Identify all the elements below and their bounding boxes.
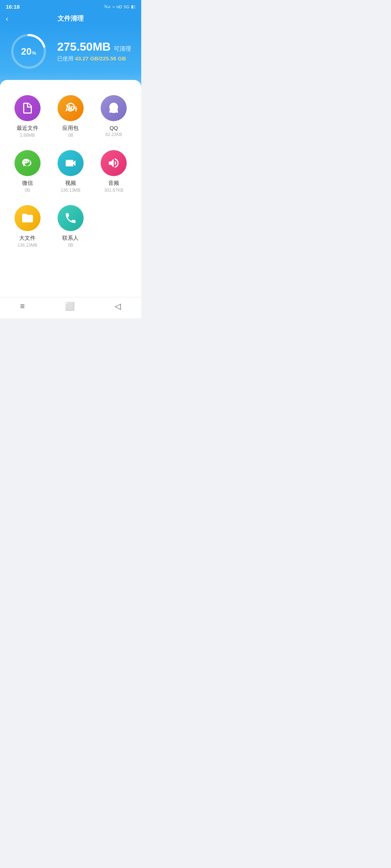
phone-icon [58, 205, 84, 231]
header: ‹ 文件清理 [0, 12, 141, 23]
cleanable-size: 275.50MB [57, 40, 111, 53]
grid-item-video[interactable]: 视频 136.13MB [49, 145, 92, 200]
qq-icon [101, 95, 127, 121]
progress-circle: 20% [9, 31, 49, 71]
grid-item-audio[interactable]: 音频 301.67KB [92, 145, 135, 200]
percent-symbol: % [32, 50, 36, 56]
grid-item-qq[interactable]: QQ 62.22KB [92, 90, 135, 145]
item-name-audio: 音频 [108, 180, 119, 187]
grid-item-contacts[interactable]: 联系人 0B [49, 200, 92, 255]
wechat-icon [14, 150, 41, 176]
network-icon: N⊿ [104, 4, 110, 9]
item-name-large-files: 大文件 [19, 235, 35, 242]
cleanable-label: 可清理 [114, 46, 131, 52]
home-button[interactable]: ⬜ [65, 302, 75, 311]
bottom-navigation: ≡ ⬜ ◁ [0, 297, 141, 318]
video-icon [58, 150, 84, 176]
status-time: 16:18 [6, 4, 20, 10]
folder-icon [14, 205, 41, 231]
item-size-qq: 62.22KB [105, 132, 122, 137]
apk-icon: APK [58, 95, 84, 121]
percent-value: 20 [21, 46, 31, 57]
grid-item-wechat[interactable]: 微信 0B [6, 145, 49, 200]
used-value: 43.27 GB/225.56 GB [75, 55, 126, 61]
grid-item-large-files[interactable]: 大文件 136.13MB [6, 200, 49, 255]
item-size-large-files: 136.13MB [17, 243, 37, 248]
item-size-video: 136.13MB [61, 188, 81, 193]
wifi-icon: ≈ [112, 5, 114, 9]
item-size-audio: 301.67KB [104, 188, 123, 193]
item-size-recent-files: 2.88MB [20, 133, 35, 138]
item-size-wechat: 0B [25, 188, 30, 193]
item-name-wechat: 微信 [22, 180, 33, 187]
item-size-contacts: 0B [68, 243, 73, 248]
file-icon [14, 95, 41, 121]
item-name-contacts: 联系人 [62, 235, 79, 242]
percent-display: 20% [21, 46, 36, 57]
menu-button[interactable]: ≡ [20, 302, 25, 311]
storage-info: 275.50MB 可清理 已使用 43.27 GB/225.56 GB [57, 41, 131, 62]
grid-item-recent-files[interactable]: 最近文件 2.88MB [6, 90, 49, 145]
cleanable-size-row: 275.50MB 可清理 [57, 41, 131, 53]
status-icons: N⊿ ≈ HD 5G ▮▯ [104, 4, 135, 9]
item-name-apk: 应用包 [62, 125, 79, 132]
storage-used-row: 已使用 43.27 GB/225.56 GB [57, 55, 131, 62]
used-label: 已使用 [57, 55, 73, 61]
item-name-qq: QQ [110, 125, 118, 131]
item-size-apk: 0B [68, 133, 73, 138]
back-nav-button[interactable]: ◁ [115, 302, 121, 311]
battery-icon: ▮▯ [131, 4, 135, 9]
file-grid: 最近文件 2.88MB APK 应用包 0B QQ 62.22KB 微信 0B … [6, 90, 135, 255]
signal-icon: 5G [124, 5, 129, 9]
main-card: 最近文件 2.88MB APK 应用包 0B QQ 62.22KB 微信 0B … [0, 80, 141, 297]
audio-icon [101, 150, 127, 176]
back-button[interactable]: ‹ [6, 14, 8, 23]
page-title: 文件清理 [58, 14, 84, 23]
hd-icon: HD [116, 5, 122, 9]
status-bar: 16:18 N⊿ ≈ HD 5G ▮▯ [0, 0, 141, 12]
item-name-video: 视频 [65, 180, 76, 187]
grid-item-apk[interactable]: APK 应用包 0B [49, 90, 92, 145]
item-name-recent-files: 最近文件 [17, 125, 38, 132]
